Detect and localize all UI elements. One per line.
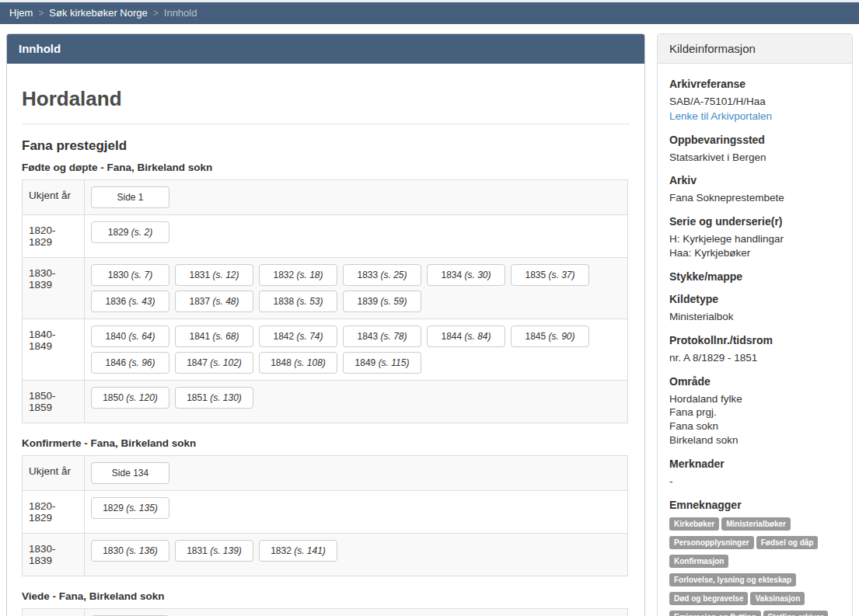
page-button[interactable]: 1829 (s. 135) (91, 497, 169, 519)
field-value: Fana prgj. (669, 405, 840, 419)
period-label: 1840-1849 (23, 319, 85, 381)
pages-cell: 1829 (s. 2) (85, 215, 628, 258)
page-button-label: 1830 (108, 270, 129, 280)
source-info-panel: Kildeinformasjon ArkivreferanseSAB/A-751… (657, 33, 853, 616)
tag-badge[interactable]: Emigrasjon og flytting (669, 611, 761, 616)
table-row: Ukjent årSide 1 (23, 180, 628, 215)
breadcrumb-link-sok-kirkeboker[interactable]: Søk kirkebøker Norge (49, 7, 147, 19)
page-button[interactable]: 1835 (s. 37) (511, 264, 589, 286)
breadcrumb-separator: > (153, 8, 159, 19)
page-button[interactable]: 1841 (s. 68) (175, 325, 253, 347)
tag-badge[interactable]: Ministerialbøker (721, 517, 791, 531)
pages-cell: Side 1 (85, 180, 628, 215)
page-number: (s. 102) (210, 357, 242, 368)
page-button[interactable]: 1831 (s. 139) (175, 540, 253, 562)
page-button[interactable]: 1836 (s. 43) (91, 291, 169, 312)
field-value: H: Kyrkjelege handlingar (669, 232, 840, 246)
page-button[interactable]: 1834 (s. 30) (427, 264, 505, 286)
period-label: Ukjent år (23, 609, 85, 616)
field-label: Merknader (669, 458, 840, 470)
page-button[interactable]: 1845 (s. 90) (511, 325, 589, 347)
pages-cell: 1830 (s. 136)1831 (s. 139)1832 (s. 141) (85, 534, 628, 576)
page-button-label: 1835 (525, 270, 546, 280)
page-button[interactable]: 1844 (s. 84) (427, 325, 505, 347)
page-number: (s. 141) (294, 545, 326, 556)
page-button-label: 1834 (441, 270, 462, 280)
page-button-label: 1847 (187, 357, 208, 368)
page-button[interactable]: 1830 (s. 7) (91, 264, 169, 286)
arkivportalen-link[interactable]: Lenke til Arkivportalen (669, 110, 772, 124)
page-button[interactable]: 1850 (s. 120) (91, 387, 169, 409)
page-button-label: 1844 (441, 331, 462, 342)
page-number: (s. 64) (129, 331, 155, 342)
page-button[interactable]: Side 1 (91, 186, 169, 208)
page-button[interactable]: 1829 (s. 2) (91, 221, 169, 243)
page-button[interactable]: 1851 (s. 130) (175, 387, 253, 409)
page-button[interactable]: 1839 (s. 59) (343, 291, 421, 312)
page-button-label: 1829 (103, 503, 124, 513)
page-button[interactable]: 1849 (s. 115) (343, 352, 421, 374)
field-value: Fana Sokneprestembete (669, 191, 840, 205)
years-table: Ukjent årSide 2021820-18291829 (s. 203) (22, 608, 628, 616)
page-button[interactable]: 1843 (s. 78) (343, 325, 421, 347)
content-section: Konfirmerte - Fana, Birkeland soknUkjent… (22, 437, 630, 576)
section-heading: Fødte og døpte - Fana, Birkeland sokn (22, 162, 630, 173)
page-button[interactable]: 1840 (s. 64) (91, 325, 169, 347)
page-button[interactable]: 1848 (s. 108) (259, 352, 337, 374)
table-row: 1820-18291829 (s. 2) (23, 215, 628, 258)
page-button-label: 1831 (189, 270, 210, 280)
tag-badge[interactable]: Vaksinasjon (750, 592, 805, 605)
field-label: Protokollnr./tidsrom (669, 334, 840, 346)
page-button-label: 1848 (271, 357, 292, 368)
tag-badge[interactable]: Konfirmasjon (669, 555, 728, 568)
page-button-label: 1841 (189, 331, 210, 342)
page-number: (s. 120) (126, 392, 158, 403)
tag-badge[interactable]: Forlovelse, lysning og ekteskap (669, 573, 796, 586)
page-button[interactable]: 1842 (s. 74) (259, 325, 337, 347)
content-section: Fødte og døpte - Fana, Birkeland soknUkj… (22, 162, 630, 423)
field-value: SAB/A-75101/H/Haa (669, 95, 840, 109)
page-button[interactable]: 1837 (s. 48) (175, 291, 253, 312)
page-button-label: 1838 (273, 296, 294, 307)
page-number: (s. 2) (131, 227, 152, 238)
field-label: Kildetype (669, 293, 840, 305)
tag-badge[interactable]: Statlige arkiver (763, 611, 829, 616)
page-number: (s. 30) (465, 270, 491, 280)
page-button[interactable]: 1832 (s. 141) (259, 540, 337, 562)
tag-badge[interactable]: Fødsel og dåp (756, 536, 819, 549)
page-button[interactable]: 1833 (s. 25) (343, 264, 421, 286)
page-number: (s. 25) (381, 270, 407, 280)
period-label: 1850-1859 (23, 381, 85, 423)
page-number: (s. 59) (381, 296, 407, 307)
page-button-label: Side 134 (112, 468, 148, 479)
breadcrumb-link-hjem[interactable]: Hjem (9, 7, 33, 19)
breadcrumb-current: Innhold (164, 7, 197, 19)
field-value: Statsarkivet i Bergen (669, 151, 840, 165)
page-number: (s. 135) (126, 503, 158, 513)
page-button-label: 1846 (105, 357, 126, 368)
page-button[interactable]: 1846 (s. 96) (91, 352, 169, 374)
page-button[interactable]: 1831 (s. 12) (175, 264, 253, 286)
table-row: 1840-18491840 (s. 64)1841 (s. 68)1842 (s… (23, 319, 628, 381)
field-value: Hordaland fylke (669, 392, 840, 406)
page-button[interactable]: 1838 (s. 53) (259, 291, 337, 312)
page-number: (s. 74) (297, 331, 323, 342)
page-button[interactable]: 1847 (s. 102) (175, 352, 253, 374)
page-button[interactable]: 1832 (s. 18) (259, 264, 337, 286)
pages-cell: 1840 (s. 64)1841 (s. 68)1842 (s. 74)1843… (85, 319, 628, 381)
page-number: (s. 53) (297, 296, 323, 307)
page-button-label: 1845 (525, 331, 546, 342)
period-label: 1830-1839 (23, 534, 85, 576)
field-label: Arkivreferanse (669, 78, 840, 90)
table-row: 1850-18591850 (s. 120)1851 (s. 130) (23, 381, 628, 423)
tag-badge[interactable]: Kirkebøker (669, 517, 719, 531)
table-row: Ukjent årSide 202 (23, 609, 628, 616)
page-button[interactable]: Side 134 (91, 462, 169, 484)
table-row: 1820-18291829 (s. 135) (23, 491, 628, 534)
tag-badge[interactable]: Personopplysninger (669, 536, 754, 549)
page-number: (s. 18) (297, 270, 323, 280)
field-label: Arkiv (669, 174, 840, 186)
page-button[interactable]: 1830 (s. 136) (91, 540, 169, 562)
tag-badge[interactable]: Død og begravelse (669, 592, 748, 605)
field-label: Område (669, 375, 840, 388)
